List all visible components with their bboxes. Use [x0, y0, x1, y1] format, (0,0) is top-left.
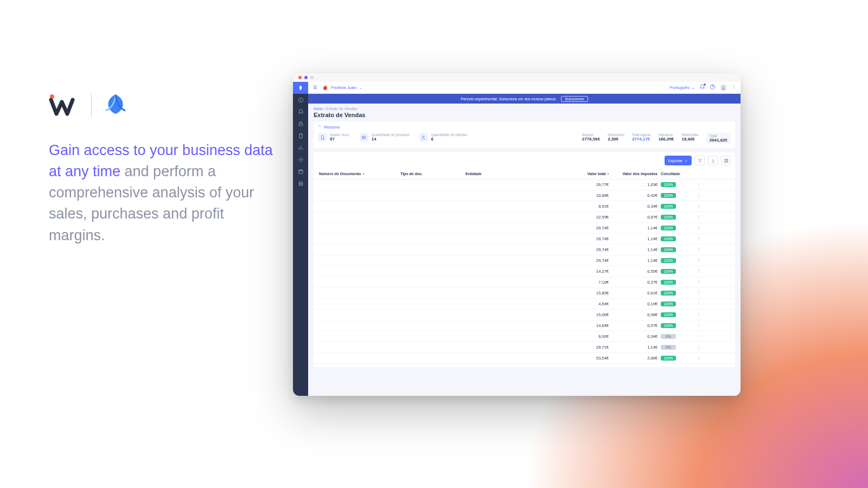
- window-close-dot[interactable]: [298, 76, 302, 79]
- table-row[interactable]: 26,77€1,03€100%: [314, 179, 735, 190]
- row-menu-button[interactable]: [693, 269, 704, 274]
- svg-point-54: [698, 315, 699, 316]
- menu-toggle-icon[interactable]: [312, 85, 318, 91]
- user-avatar[interactable]: [720, 84, 727, 91]
- row-menu-button[interactable]: [693, 204, 704, 209]
- sidebar-lock-icon[interactable]: [293, 118, 308, 130]
- language-selector[interactable]: Português⌄: [670, 85, 695, 90]
- svg-point-31: [698, 237, 699, 237]
- columns-button[interactable]: [721, 156, 731, 165]
- table-row[interactable]: 8,91€0,34€100%: [314, 201, 735, 212]
- table-row[interactable]: 14,27€0,55€100%: [314, 266, 735, 277]
- table-row[interactable]: 8,92€0,34€0%: [314, 331, 735, 342]
- col-taxes[interactable]: Valor dos impostos: [612, 172, 661, 176]
- row-menu-button[interactable]: [693, 323, 704, 329]
- trial-banner: Período experimental. Subscreva um dos n…: [308, 94, 741, 104]
- sidebar: [293, 82, 308, 396]
- sidebar-document-icon[interactable]: [293, 130, 308, 142]
- row-menu-button[interactable]: [693, 345, 704, 350]
- cell-concil: 100%: [661, 236, 693, 241]
- svg-point-47: [698, 292, 699, 293]
- col-concil[interactable]: Conciliado: [661, 172, 693, 176]
- cell-total: 14,27€: [563, 269, 612, 274]
- cell-concil: 100%: [661, 269, 693, 274]
- col-total[interactable]: Valor total›: [563, 172, 612, 176]
- col-doctype[interactable]: Tipo de doc.: [400, 172, 465, 176]
- row-menu-button[interactable]: [693, 247, 704, 253]
- table-header: Número do Documento› Tipo de doc. Entida…: [314, 169, 735, 179]
- cell-tax: 0,58€: [612, 312, 661, 317]
- more-menu-icon[interactable]: [731, 84, 736, 91]
- row-menu-button[interactable]: [693, 182, 704, 188]
- svg-point-8: [723, 86, 724, 88]
- breadcrumb-home[interactable]: Início: [314, 107, 323, 111]
- row-menu-button[interactable]: [693, 334, 704, 339]
- table-row[interactable]: 10,88€0,42€100%: [314, 190, 735, 201]
- export-button[interactable]: Exportar⌄: [665, 156, 692, 165]
- table-row[interactable]: 29,74€1,14€100%: [314, 245, 735, 255]
- svg-point-22: [698, 204, 699, 205]
- cell-tax: 1,14€: [612, 247, 661, 252]
- svg-point-62: [698, 346, 699, 347]
- svg-point-21: [698, 196, 699, 196]
- row-menu-button[interactable]: [693, 312, 704, 318]
- table-row[interactable]: 53,54€2,06€100%: [314, 353, 735, 364]
- table-row[interactable]: 15,06€0,58€100%: [314, 310, 735, 320]
- row-menu-button[interactable]: [693, 291, 704, 296]
- table-row[interactable]: 29,74€1,14€100%: [314, 223, 735, 234]
- table-row[interactable]: 29,71€1,14€0%: [314, 342, 735, 353]
- subscribe-button[interactable]: Subscrever: [561, 96, 588, 102]
- sidebar-brand[interactable]: [293, 82, 308, 94]
- cell-tax: 0,42€: [612, 193, 661, 198]
- svg-rect-4: [298, 170, 302, 174]
- row-menu-button[interactable]: [693, 193, 704, 198]
- summary-toggle[interactable]: ⌃ Resumo: [318, 125, 731, 130]
- sidebar-analytics-icon[interactable]: [293, 142, 308, 153]
- table-row[interactable]: 14,84€0,57€100%: [314, 320, 735, 331]
- table-row[interactable]: 22,59€0,87€100%: [314, 212, 735, 223]
- table-row[interactable]: 7,10€0,27€100%: [314, 277, 735, 288]
- logo-row: [49, 92, 282, 118]
- svg-point-37: [698, 259, 699, 259]
- svg-point-32: [698, 238, 699, 239]
- row-menu-button[interactable]: [693, 236, 704, 242]
- chevron-down-icon: ⌄: [359, 86, 362, 90]
- box-icon: [360, 133, 368, 142]
- svg-point-23: [698, 206, 699, 206]
- row-menu-button[interactable]: [693, 258, 704, 264]
- table-row[interactable]: 29,74€1,14€100%: [314, 234, 735, 245]
- row-menu-button[interactable]: [693, 301, 704, 307]
- summary-descontos: Descontos2,39€: [608, 133, 624, 144]
- row-menu-button[interactable]: [693, 280, 704, 285]
- svg-point-60: [698, 337, 699, 337]
- store-selector[interactable]: Fruteria Juan ⌄: [322, 85, 362, 91]
- col-entity[interactable]: Entidade: [465, 172, 563, 176]
- cell-total: 53,54€: [563, 356, 612, 361]
- table-row[interactable]: 4,94€0,19€100%: [314, 299, 735, 310]
- svg-point-52: [698, 313, 699, 313]
- sidebar-dashboard-icon[interactable]: [293, 94, 308, 106]
- window-min-dot[interactable]: [304, 76, 308, 79]
- help-button[interactable]: [710, 84, 716, 91]
- cell-total: 10,88€: [563, 193, 612, 198]
- filter-button[interactable]: [695, 156, 705, 165]
- svg-point-26: [698, 216, 699, 217]
- svg-point-6: [323, 86, 327, 90]
- notifications-button[interactable]: [699, 84, 705, 91]
- window-max-dot[interactable]: [310, 76, 314, 79]
- marketing-tagline: Gain access to your business data at any…: [49, 140, 282, 246]
- sidebar-calendar-icon[interactable]: [293, 165, 308, 177]
- sidebar-settings-icon[interactable]: [293, 153, 308, 165]
- sidebar-print-icon[interactable]: [293, 177, 308, 189]
- svg-point-39: [698, 261, 699, 261]
- row-menu-button[interactable]: [693, 356, 704, 361]
- table-row[interactable]: 29,74€1,14€100%: [314, 255, 735, 266]
- download-button[interactable]: [708, 156, 718, 165]
- col-docnum[interactable]: Número do Documento›: [319, 172, 400, 176]
- cell-tax: 0,34€: [612, 334, 661, 339]
- row-menu-button[interactable]: [693, 215, 704, 220]
- row-menu-button[interactable]: [693, 226, 704, 231]
- svg-point-29: [698, 227, 699, 228]
- table-row[interactable]: 15,85€0,61€100%: [314, 288, 735, 299]
- sidebar-notifications-icon[interactable]: [293, 106, 308, 118]
